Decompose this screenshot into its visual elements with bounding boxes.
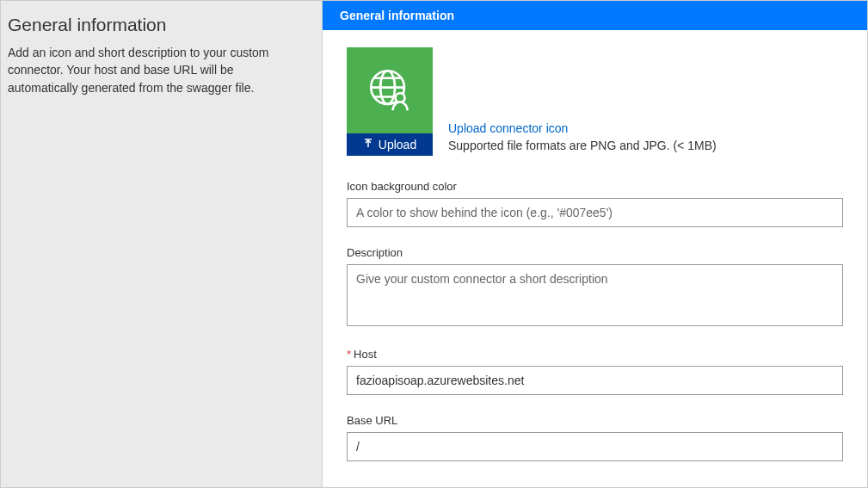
icon-upload-row: Upload Upload connector icon Supported f… <box>347 47 843 156</box>
description-field: Description <box>347 246 843 329</box>
icon-bg-color-field: Icon background color <box>347 180 843 227</box>
section-header: General information <box>323 1 867 30</box>
host-input[interactable] <box>347 366 843 395</box>
main-panel: General information <box>323 1 867 487</box>
icon-bg-color-input[interactable] <box>347 198 843 227</box>
description-label: Description <box>347 246 843 259</box>
section-header-title: General information <box>340 9 454 22</box>
icon-upload-text: Upload connector icon Supported file for… <box>448 121 717 156</box>
base-url-label: Base URL <box>347 414 843 427</box>
upload-arrow-icon <box>363 138 373 151</box>
required-asterisk: * <box>347 348 351 361</box>
upload-icon-link[interactable]: Upload connector icon <box>448 121 717 135</box>
icon-bg-color-label: Icon background color <box>347 180 843 193</box>
icon-block: Upload <box>347 47 433 156</box>
sidebar-title: General information <box>8 15 303 35</box>
supported-formats-text: Supported file formats are PNG and JPG. … <box>448 139 717 152</box>
host-field: *Host <box>347 348 843 395</box>
description-input[interactable] <box>347 264 843 326</box>
sidebar-description: Add an icon and short description to you… <box>8 44 303 96</box>
base-url-field: Base URL <box>347 414 843 461</box>
globe-person-icon <box>365 65 415 117</box>
upload-button-label: Upload <box>379 138 416 151</box>
host-label: *Host <box>347 348 843 361</box>
sidebar: General information Add an icon and shor… <box>1 1 323 487</box>
upload-button[interactable]: Upload <box>347 133 433 156</box>
connector-icon-preview <box>347 47 433 133</box>
base-url-input[interactable] <box>347 432 843 461</box>
content-area: Upload Upload connector icon Supported f… <box>323 30 867 487</box>
host-label-text: Host <box>354 348 377 361</box>
